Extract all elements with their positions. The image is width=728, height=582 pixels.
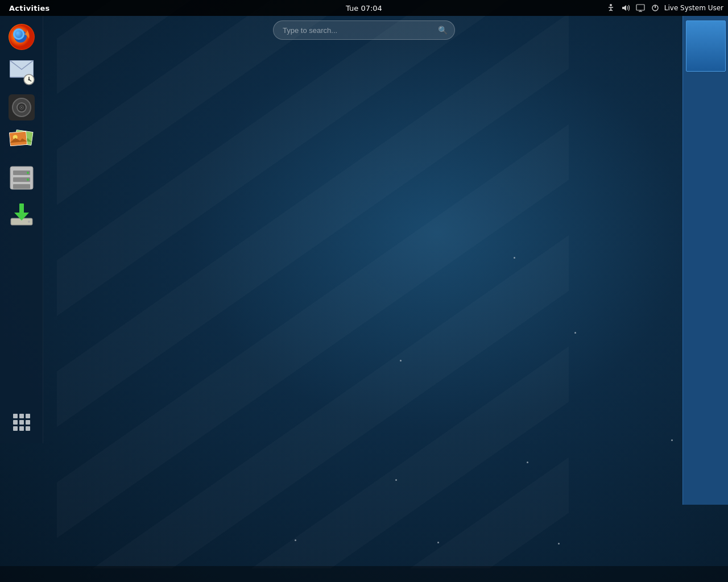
sparkle-2 [574,332,576,334]
sparkle-3 [400,360,402,361]
firefox-icon [9,24,35,50]
speaker-app-icon [9,94,35,120]
nas-icon [9,165,35,191]
sparkle-6 [395,479,397,481]
search-icon[interactable]: 🔍 [438,26,448,35]
sparkle-5 [527,462,528,463]
sparkle-7 [295,539,296,541]
download-icon [9,200,35,226]
dock-item-photos[interactable] [6,127,37,158]
grid-dot [13,420,18,425]
grid-dot [19,426,24,431]
grid-dot [26,420,30,425]
dock-item-speaker[interactable] [6,92,37,123]
photos-icon [9,130,35,156]
topbar-left: Activities [5,3,55,14]
clock-display: Tue 07:04 [346,4,382,13]
search-bar: 🔍 [273,20,455,40]
svg-point-25 [27,178,29,181]
display-icon[interactable] [635,2,646,14]
grid-dot [19,420,24,425]
search-input[interactable] [283,26,438,35]
show-applications-button[interactable] [6,407,37,438]
right-panel-inner [683,16,728,505]
svg-point-5 [9,24,34,49]
mail-clock-icon [9,59,35,85]
sparkle-9 [558,543,560,544]
desktop: Activities Tue 07:04 [0,0,728,582]
grid-dot [13,426,18,431]
grid-icon [13,414,30,431]
grid-dot [13,414,18,418]
dock-item-mail[interactable] [6,57,37,88]
dock-item-download[interactable] [6,198,37,228]
svg-point-27 [27,185,29,188]
grid-dot [19,414,24,418]
user-menu[interactable]: Live System User [664,4,723,12]
svg-point-16 [21,107,22,108]
svg-rect-30 [19,203,24,214]
sparkle-8 [437,542,439,543]
svg-rect-19 [9,131,27,147]
volume-icon[interactable] [620,2,631,14]
activities-button[interactable]: Activities [5,3,55,14]
svg-point-29 [28,221,30,223]
search-bar-container: 🔍 [273,20,455,40]
topbar-right: Live System User [605,2,723,14]
grid-dot [26,426,30,431]
dock [0,16,43,443]
power-icon[interactable] [650,2,661,14]
svg-point-6 [14,30,27,43]
topbar: Activities Tue 07:04 [0,0,728,16]
dock-item-firefox[interactable] [6,22,37,52]
sparkle-1 [514,257,515,259]
grid-dot [26,414,30,418]
svg-point-11 [28,79,30,81]
taskbar [0,566,728,582]
sparkle-4 [671,439,673,441]
accessibility-icon[interactable] [605,2,617,14]
right-panel [682,16,728,505]
window-thumbnail[interactable] [686,20,726,72]
svg-point-0 [610,4,612,6]
svg-point-23 [27,172,29,174]
dock-item-nas[interactable] [6,163,37,193]
svg-rect-1 [636,5,644,10]
